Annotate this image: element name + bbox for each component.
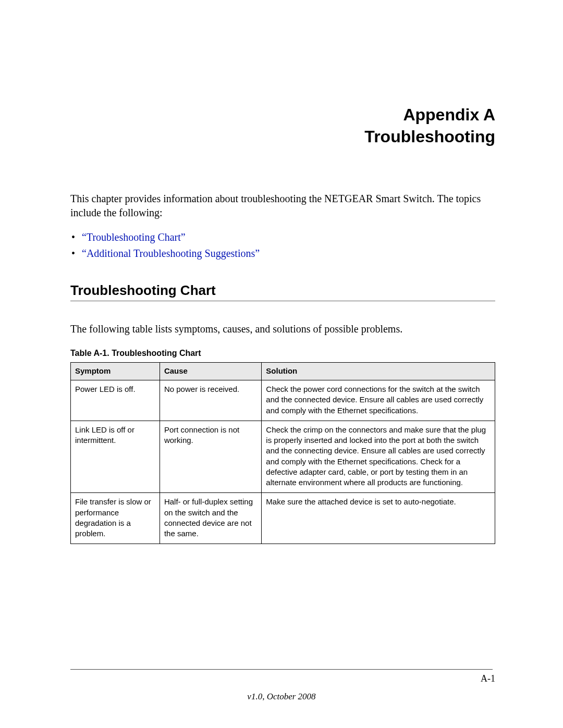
th-symptom: Symptom bbox=[71, 363, 160, 380]
cell-cause: No power is received. bbox=[160, 380, 261, 421]
cell-solution: Check the crimp on the connectors and ma… bbox=[262, 421, 495, 493]
page-number: A-1 bbox=[481, 673, 495, 684]
table-header-row: Symptom Cause Solution bbox=[71, 363, 495, 380]
section-heading: Troubleshooting Chart bbox=[70, 282, 495, 301]
toc-item: “Troubleshooting Chart” bbox=[82, 229, 495, 245]
intro-paragraph: This chapter provides information about … bbox=[70, 192, 495, 220]
table-row: File transfer is slow or performance deg… bbox=[71, 493, 495, 544]
title-line-1: Appendix A bbox=[70, 104, 495, 126]
table-row: Power LED is off. No power is received. … bbox=[71, 380, 495, 421]
cell-cause: Half- or full-duplex setting on the swit… bbox=[160, 493, 261, 544]
th-cause: Cause bbox=[160, 363, 261, 380]
title-line-2: Troubleshooting bbox=[70, 126, 495, 148]
th-solution: Solution bbox=[262, 363, 495, 380]
table-row: Link LED is off or intermittent. Port co… bbox=[71, 421, 495, 493]
cell-solution: Check the power cord connections for the… bbox=[262, 380, 495, 421]
footer-rule bbox=[70, 669, 493, 670]
table-caption: Table A-1. Troubleshooting Chart bbox=[70, 349, 495, 358]
section-intro: The following table lists symptoms, caus… bbox=[70, 323, 495, 335]
chapter-title: Appendix A Troubleshooting bbox=[70, 104, 495, 147]
cell-symptom: File transfer is slow or performance deg… bbox=[71, 493, 160, 544]
cell-symptom: Power LED is off. bbox=[71, 380, 160, 421]
toc-link-additional-suggestions[interactable]: “Additional Troubleshooting Suggestions” bbox=[82, 248, 260, 259]
version-text: v1.0, October 2008 bbox=[0, 692, 563, 702]
toc-item: “Additional Troubleshooting Suggestions” bbox=[82, 245, 495, 262]
cell-solution: Make sure the attached device is set to … bbox=[262, 493, 495, 544]
cell-cause: Port connection is not working. bbox=[160, 421, 261, 493]
toc-link-troubleshooting-chart[interactable]: “Troubleshooting Chart” bbox=[82, 231, 186, 243]
cell-symptom: Link LED is off or intermittent. bbox=[71, 421, 160, 493]
toc-list: “Troubleshooting Chart” “Additional Trou… bbox=[70, 229, 495, 262]
troubleshooting-table: Symptom Cause Solution Power LED is off.… bbox=[70, 362, 495, 544]
